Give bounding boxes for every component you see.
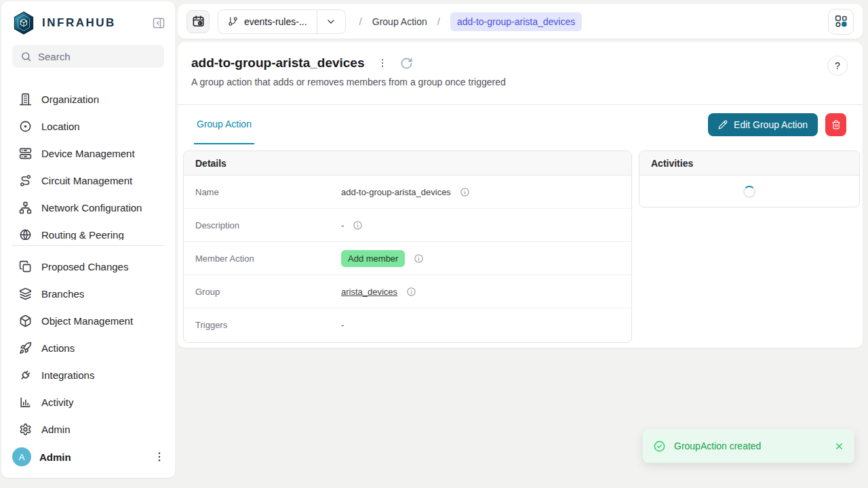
topbar: events-rules-... / Group Action / add-to… (178, 4, 863, 39)
info-icon[interactable] (406, 287, 416, 297)
branch-name: events-rules-... (244, 16, 307, 27)
chevron-down-icon[interactable] (317, 10, 345, 33)
page-title: add-to-group-arista_devices (191, 56, 365, 70)
detail-row-member-action: Member Action Add member (184, 242, 631, 275)
sidebar-item-integrations[interactable]: Integrations (1, 361, 175, 388)
date-picker-button[interactable] (186, 10, 210, 33)
avatar: A (12, 447, 31, 466)
sidebar-item-label: Activity (41, 396, 74, 408)
sidebar-item-label: Proposed Changes (41, 261, 128, 272)
object-kebab-icon[interactable] (377, 58, 388, 68)
schema-graph-icon (834, 14, 848, 28)
sidebar-item-label: Actions (41, 342, 75, 354)
sidebar-item-label: Network Configuration (41, 202, 142, 214)
sidebar-item-label: Circuit Management (41, 175, 132, 186)
detail-label: Name (195, 187, 341, 197)
sidebar-item-label: Routing & Peering (41, 229, 124, 241)
detail-value-description: - (341, 220, 344, 230)
sidebar-item-label: Branches (41, 288, 84, 300)
sidebar-item-label: Device Management (41, 148, 135, 159)
globe-icon (19, 228, 32, 241)
detail-label: Member Action (195, 253, 341, 264)
details-panel: Details Name add-to-group-arista_devices… (183, 150, 632, 343)
search-icon (20, 51, 32, 62)
breadcrumb-separator: / (437, 16, 440, 27)
layers-icon (19, 287, 32, 300)
git-branch-icon (228, 16, 238, 26)
user-menu[interactable]: A Admin (12, 442, 165, 472)
sidebar-item-proposed-changes[interactable]: Proposed Changes (1, 253, 175, 280)
user-kebab-icon[interactable] (153, 451, 165, 463)
brand-name: INFRAHUB (42, 16, 152, 30)
sidebar-item-label: Location (41, 121, 80, 132)
infrahub-logo-icon (12, 11, 35, 35)
sidebar-nav-app: Proposed Changes Branches Object Managem… (1, 253, 175, 443)
breadcrumb-current[interactable]: add-to-group-arista_devices (450, 12, 582, 31)
sidebar-item-circuit-management[interactable]: Circuit Management (1, 167, 175, 194)
toast-notification: GroupAction created (643, 429, 854, 463)
detail-row-group: Group arista_devices (184, 275, 631, 308)
user-name: Admin (39, 451, 145, 463)
breadcrumb: / Group Action / add-to-group-arista_dev… (359, 12, 583, 31)
pencil-icon (718, 120, 728, 129)
delete-button[interactable] (825, 113, 846, 136)
sidebar-item-network-configuration[interactable]: Network Configuration (1, 194, 175, 221)
detail-row-name: Name add-to-group-arista_devices (184, 176, 631, 209)
calendar-clock-icon (192, 15, 205, 28)
tab-group-action[interactable]: Group Action (194, 105, 254, 144)
sidebar-item-location[interactable]: Location (1, 113, 175, 140)
detail-label: Group (195, 287, 341, 297)
sidebar-item-label: Integrations (41, 369, 94, 381)
info-icon[interactable] (353, 220, 363, 230)
route-icon (19, 174, 32, 187)
close-icon[interactable] (834, 441, 844, 451)
sidebar-item-activity[interactable]: Activity (1, 388, 175, 415)
breadcrumb-separator: / (359, 16, 362, 27)
object-header: add-to-group-arista_devices A group acti… (178, 42, 863, 105)
sidebar-item-label: Organization (41, 94, 99, 105)
diff-icon (19, 260, 32, 273)
activities-panel-title: Activities (639, 151, 859, 176)
sidebar-divider (12, 245, 164, 246)
rocket-icon (19, 342, 32, 354)
schema-visualizer-button[interactable] (828, 9, 854, 35)
trash-icon (831, 120, 841, 129)
cube-icon (19, 314, 32, 327)
sidebar: INFRAHUB ^K Organization Location (1, 1, 175, 478)
sidebar-item-object-management[interactable]: Object Management (1, 307, 175, 334)
info-icon[interactable] (414, 253, 424, 264)
check-circle-icon (653, 440, 666, 453)
sidebar-nav-objects: Organization Location Device Management … (1, 85, 175, 240)
tab-bar: Group Action Edit Group Action (178, 105, 863, 144)
help-button[interactable]: ? (827, 56, 848, 76)
member-action-badge: Add member (341, 250, 405, 267)
details-panel-title: Details (184, 151, 631, 176)
search-input[interactable] (38, 51, 173, 62)
building-icon (19, 93, 32, 106)
sidebar-item-label: Admin (41, 424, 71, 435)
sidebar-item-admin[interactable]: Admin (1, 415, 175, 443)
breadcrumb-parent[interactable]: Group Action (372, 16, 427, 27)
page-subtitle: A group action that adds or removes memb… (191, 77, 849, 87)
sidebar-item-routing-peering[interactable]: Routing & Peering (1, 221, 175, 240)
collapse-sidebar-icon[interactable] (152, 16, 165, 30)
detail-label: Description (195, 220, 341, 230)
activities-panel: Activities (639, 150, 860, 207)
sidebar-item-label: Object Management (41, 315, 133, 327)
sidebar-item-device-management[interactable]: Device Management (1, 140, 175, 167)
search-bar[interactable]: ^K (12, 45, 164, 68)
sidebar-item-organization[interactable]: Organization (1, 85, 175, 113)
server-icon (19, 147, 32, 160)
gear-icon (19, 423, 32, 436)
sidebar-item-branches[interactable]: Branches (1, 280, 175, 307)
info-icon[interactable] (460, 187, 470, 197)
edit-group-action-button[interactable]: Edit Group Action (708, 113, 818, 136)
toast-message: GroupAction created (674, 441, 826, 451)
sidebar-item-actions[interactable]: Actions (1, 334, 175, 361)
group-link[interactable]: arista_devices (341, 287, 397, 297)
plug-icon (19, 369, 32, 382)
refresh-icon[interactable] (400, 57, 413, 70)
main-content: add-to-group-arista_devices A group acti… (178, 42, 863, 348)
branch-selector[interactable]: events-rules-... (218, 9, 346, 34)
detail-label: Triggers (195, 320, 341, 330)
